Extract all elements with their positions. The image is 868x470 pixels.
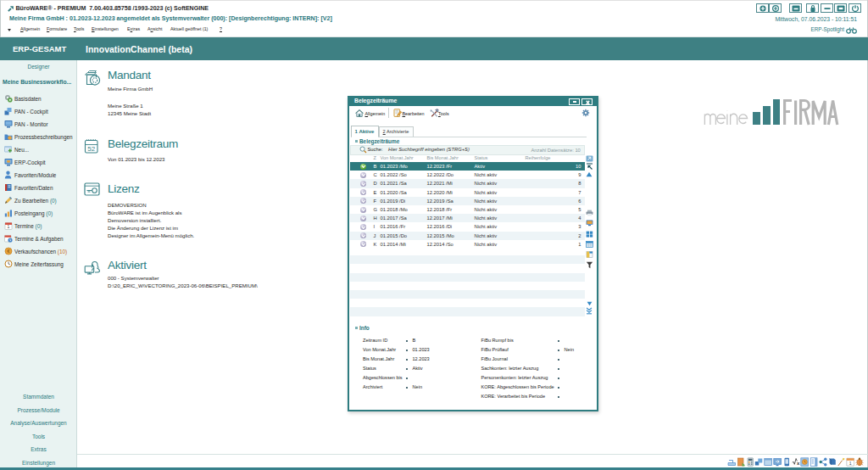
svg-text:€: € — [7, 249, 9, 254]
svg-text:52: 52 — [87, 145, 95, 153]
svg-text:x: x — [797, 461, 800, 466]
svg-text:1: 1 — [8, 224, 10, 229]
svg-text:1: 1 — [849, 461, 852, 466]
